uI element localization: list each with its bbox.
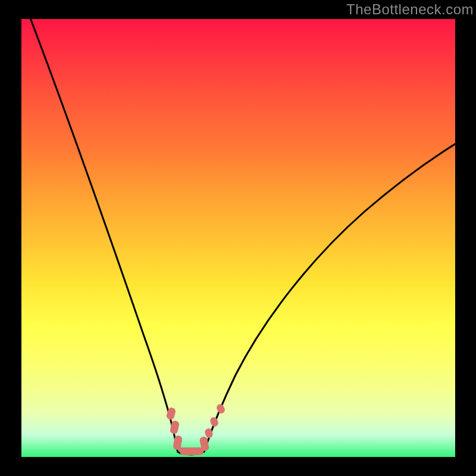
marker-group bbox=[166, 403, 226, 455]
curve-layer bbox=[21, 19, 455, 457]
attribution-text: TheBottleneck.com bbox=[346, 1, 474, 18]
marker-right-3 bbox=[215, 403, 226, 415]
plot-area bbox=[21, 19, 455, 457]
marker-floor-body bbox=[180, 447, 203, 455]
curve-right bbox=[204, 144, 455, 452]
frame: TheBottleneck.com bbox=[0, 0, 476, 476]
marker-right-2 bbox=[209, 416, 219, 427]
curve-left bbox=[30, 17, 178, 452]
